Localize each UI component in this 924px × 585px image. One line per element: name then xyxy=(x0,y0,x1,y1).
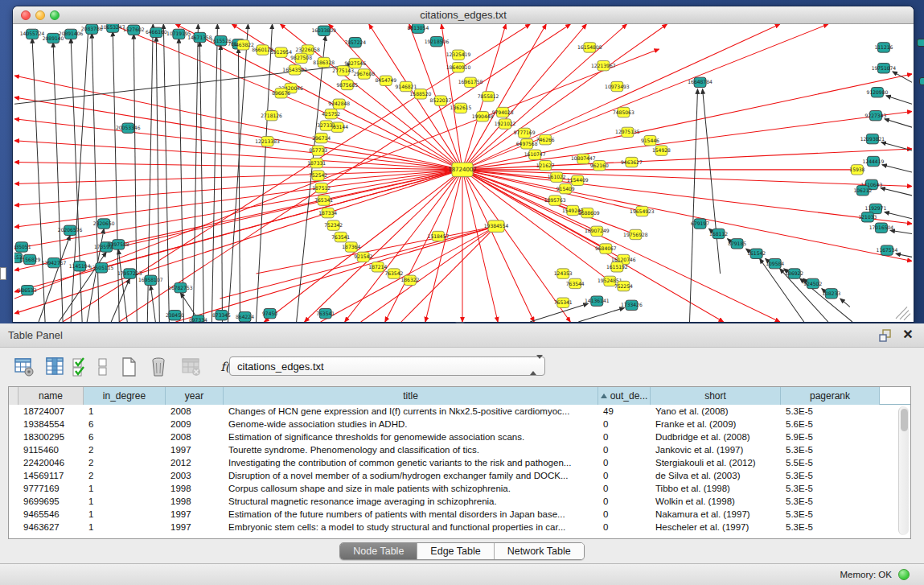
delete-table-button[interactable] xyxy=(180,356,203,378)
table-cell[interactable]: Investigating the contribution of common… xyxy=(224,456,598,469)
close-panel-icon[interactable]: ✕ xyxy=(901,328,914,341)
graph-node[interactable]: 16543582 xyxy=(282,65,307,75)
table-cell[interactable]: Disruption of a novel member of a sodium… xyxy=(224,469,598,482)
table-cell[interactable]: 18300295 xyxy=(18,431,84,443)
table-cell[interactable]: 2003 xyxy=(166,469,224,482)
graph-node[interactable]: 121033 xyxy=(858,212,877,222)
graph-edge[interactable] xyxy=(211,24,217,322)
graph-node[interactable]: 97450 xyxy=(262,308,277,318)
tab-node-table[interactable]: Node Table xyxy=(340,543,417,559)
table-cell[interactable]: 22420046 xyxy=(18,456,84,469)
graph-node[interactable]: 19654923 xyxy=(630,206,655,216)
graph-node[interactable]: 752342 xyxy=(324,220,343,230)
graph-node[interactable]: 19751074 xyxy=(872,64,897,73)
table-cell[interactable]: de Silva et al. (2003) xyxy=(651,469,781,482)
graph-node[interactable]: 752542 xyxy=(309,171,327,180)
graph-edge[interactable] xyxy=(885,119,912,127)
graph-node[interactable]: 9875685 xyxy=(336,80,358,89)
graph-edge[interactable] xyxy=(113,31,119,322)
graph-node[interactable]: 1167534 xyxy=(877,245,898,255)
table-cell[interactable]: Changes of HCN gene expression and I(f) … xyxy=(224,405,598,418)
graph-node[interactable]: 9777169 xyxy=(514,128,536,138)
table-cell[interactable]: Franke et al. (2009) xyxy=(651,418,781,431)
graph-node[interactable]: 8186328 xyxy=(313,57,335,67)
graph-node[interactable]: 1615192 xyxy=(606,262,628,272)
table-cell[interactable]: 6 xyxy=(84,431,166,443)
graph-node[interactable]: 187334 xyxy=(318,208,337,217)
table-row[interactable]: 1830029562008Estimation of significance … xyxy=(9,431,910,443)
table-row[interactable]: 2242004622012Investigating the contribut… xyxy=(9,456,910,469)
graph-edge[interactable] xyxy=(71,24,88,322)
graph-node[interactable]: 1145194 xyxy=(69,262,91,271)
table-row[interactable]: 977716911998Corpus callosum shape and si… xyxy=(9,482,910,495)
graph-node[interactable]: 16154808 xyxy=(577,43,602,52)
graph-node[interactable]: 9463627 xyxy=(621,157,643,167)
table-cell[interactable]: Estimation of significance thresholds fo… xyxy=(224,431,598,443)
table-cell[interactable]: Corpus callosum shape and size in male p… xyxy=(224,482,598,495)
graph-node[interactable]: 5912954 xyxy=(270,47,292,57)
table-cell[interactable]: 1 xyxy=(84,405,166,418)
table-cell[interactable]: 5.3E-5 xyxy=(781,508,880,521)
graph-node[interactable]: 12213383 xyxy=(255,137,280,146)
graph-node[interactable]: 20053346 xyxy=(116,123,141,133)
column-header-year[interactable]: year xyxy=(166,387,224,405)
graph-edge[interactable] xyxy=(220,226,496,299)
table-cell[interactable]: 1 xyxy=(84,508,166,521)
graph-node[interactable]: 2775143 xyxy=(332,66,354,76)
table-row[interactable]: 969969511998Structural magnetic resonanc… xyxy=(9,495,910,508)
graph-node[interactable]: 1527602 xyxy=(123,25,145,35)
network-view-window[interactable]: citations_edges.txt 14055724 2089140 208… xyxy=(13,6,914,322)
graph-node[interactable]: 2967608 xyxy=(353,69,375,79)
graph-node[interactable]: 14055724 xyxy=(20,29,45,39)
graph-node[interactable]: 18907249 xyxy=(585,226,610,236)
graph-edge[interactable] xyxy=(150,286,155,322)
table-cell[interactable]: 5.3E-5 xyxy=(781,469,880,482)
graph-node[interactable]: 1895763 xyxy=(544,196,566,205)
table-cell[interactable]: Tibbo et al. (1998) xyxy=(651,482,781,495)
graph-node[interactable]: 1588520 xyxy=(410,89,432,99)
graph-edge[interactable] xyxy=(760,258,804,322)
network-canvas[interactable]: 14055724 2089140 20891406 2083786 106532… xyxy=(14,24,912,322)
table-cell[interactable]: 0 xyxy=(598,418,651,431)
graph-node[interactable]: 896676 xyxy=(272,89,290,98)
table-cell[interactable]: 0 xyxy=(598,495,651,508)
graph-node[interactable]: 154928 xyxy=(652,146,671,155)
table-cell[interactable]: 1 xyxy=(84,495,166,508)
graph-node[interactable]: 1610747 xyxy=(524,150,546,159)
graph-node[interactable]: 765341 xyxy=(554,298,573,307)
tab-edge-table[interactable]: Edge Table xyxy=(417,543,494,559)
table-cell[interactable]: Tourette syndrome. Phenomenology and cla… xyxy=(224,443,598,456)
graph-node[interactable]: 864224 xyxy=(236,312,254,322)
table-cell[interactable]: 14569117 xyxy=(18,469,84,482)
scrollbar-thumb[interactable] xyxy=(901,409,908,431)
new-column-button[interactable] xyxy=(118,356,141,378)
graph-node[interactable]: 879185 xyxy=(728,239,746,249)
table-row[interactable]: 1872400712008Changes of HCN gene express… xyxy=(9,405,910,418)
graph-node[interactable]: 12213967 xyxy=(591,60,616,70)
graph-node[interactable]: 19218506 xyxy=(425,37,450,47)
table-cell[interactable]: 2 xyxy=(84,456,166,469)
graph-node[interactable]: 9242848 xyxy=(328,99,350,109)
graph-node[interactable]: 2718126 xyxy=(261,110,282,120)
graph-node[interactable]: 106212 xyxy=(853,186,872,196)
table-selector-dropdown[interactable]: citations_edges.txt xyxy=(229,356,545,376)
graph-edge[interactable] xyxy=(238,48,240,322)
table-mode-button[interactable] xyxy=(13,356,35,378)
graph-node[interactable]: 7855812 xyxy=(478,92,499,101)
graph-node[interactable]: 765341 xyxy=(314,196,333,205)
graph-edge[interactable] xyxy=(220,45,222,322)
graph-node[interactable]: 8454749 xyxy=(375,76,396,85)
graph-node[interactable]: 9120980 xyxy=(867,88,889,97)
graph-node[interactable]: 8522037 xyxy=(430,96,452,105)
graph-node[interactable]: 19756928 xyxy=(623,229,648,239)
table-cell[interactable]: 2008 xyxy=(166,431,224,443)
graph-edge[interactable] xyxy=(14,170,462,270)
graph-edge[interactable] xyxy=(179,39,183,322)
table-cell[interactable]: 0 xyxy=(598,456,651,469)
graph-node[interactable]: 425752 xyxy=(322,109,340,118)
graph-edge[interactable] xyxy=(885,212,912,219)
graph-edge[interactable] xyxy=(881,188,912,196)
table-cell[interactable]: 5.9E-5 xyxy=(781,431,880,443)
float-panel-icon[interactable] xyxy=(879,329,892,342)
graph-node[interactable]: 921542 xyxy=(354,252,372,262)
